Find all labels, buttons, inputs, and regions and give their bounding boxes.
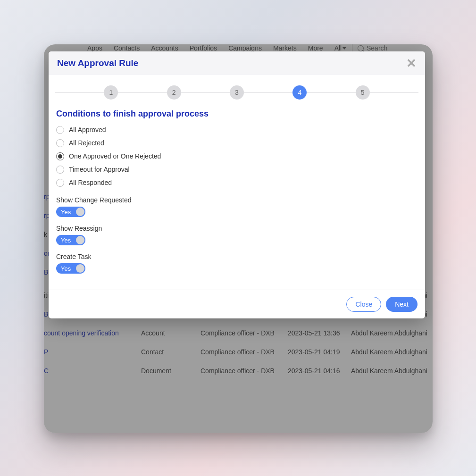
- step-line: [370, 92, 418, 93]
- step-3[interactable]: 3: [230, 85, 244, 100]
- toggle-value: Yes: [61, 209, 71, 216]
- toggle-knob: [76, 236, 84, 244]
- modal-title: New Approval Rule: [57, 58, 138, 68]
- toggle-knob: [76, 264, 84, 273]
- radio-icon: [56, 179, 64, 187]
- section-title: Conditions to finish approval process: [56, 109, 418, 119]
- step-2[interactable]: 2: [167, 85, 181, 100]
- radio-icon: [56, 152, 64, 160]
- step-4[interactable]: 4: [292, 85, 307, 100]
- toggle-show-change-requested-group: Show Change Requested Yes: [56, 196, 418, 217]
- toggle-value: Yes: [61, 265, 71, 272]
- step-line: [307, 92, 355, 93]
- modal-body: Conditions to finish approval process Al…: [49, 104, 425, 290]
- modal-footer: Close Next: [49, 290, 425, 318]
- radio-label: One Approved or One Rejected: [69, 152, 161, 160]
- step-line: [55, 92, 104, 93]
- radio-icon: [56, 126, 64, 134]
- radio-all-approved[interactable]: All Approved: [56, 125, 418, 135]
- radio-icon: [56, 139, 64, 147]
- toggle-create-task[interactable]: Yes: [56, 263, 85, 274]
- step-5[interactable]: 5: [356, 85, 370, 100]
- modal-header: New Approval Rule ✕: [49, 51, 425, 75]
- step-1[interactable]: 1: [104, 85, 118, 100]
- radio-all-responded[interactable]: All Responded: [56, 177, 418, 188]
- toggle-show-reassign[interactable]: Yes: [56, 235, 85, 245]
- toggle-label: Show Reassign: [56, 225, 418, 232]
- toggle-show-reassign-group: Show Reassign Yes: [56, 225, 418, 245]
- toggle-create-task-group: Create Task Yes: [56, 253, 418, 274]
- close-icon[interactable]: ✕: [406, 57, 417, 69]
- close-button[interactable]: Close: [346, 297, 381, 312]
- condition-radio-group: All Approved All Rejected One Approved o…: [56, 125, 418, 188]
- approval-rule-modal: New Approval Rule ✕ 1 2 3 4 5 Conditions…: [49, 51, 425, 318]
- stepper: 1 2 3 4 5: [49, 75, 425, 104]
- radio-label: All Approved: [69, 126, 106, 134]
- toggle-label: Create Task: [56, 253, 418, 260]
- radio-label: Timeout for Approval: [69, 166, 130, 173]
- next-button[interactable]: Next: [386, 297, 418, 312]
- step-line: [181, 92, 230, 93]
- radio-timeout[interactable]: Timeout for Approval: [56, 164, 418, 175]
- toggle-knob: [76, 208, 84, 216]
- radio-label: All Rejected: [69, 139, 104, 147]
- toggle-show-change-requested[interactable]: Yes: [56, 207, 85, 217]
- radio-icon: [56, 166, 64, 174]
- step-line: [118, 92, 167, 93]
- radio-label: All Responded: [69, 179, 112, 186]
- app-window: Apps Contacts Accounts Portfolios Campai…: [44, 44, 433, 433]
- toggle-value: Yes: [61, 237, 71, 244]
- step-line: [244, 92, 292, 93]
- radio-one-approved-or-rejected[interactable]: One Approved or One Rejected: [56, 151, 418, 161]
- radio-all-rejected[interactable]: All Rejected: [56, 138, 418, 148]
- toggle-label: Show Change Requested: [56, 196, 418, 204]
